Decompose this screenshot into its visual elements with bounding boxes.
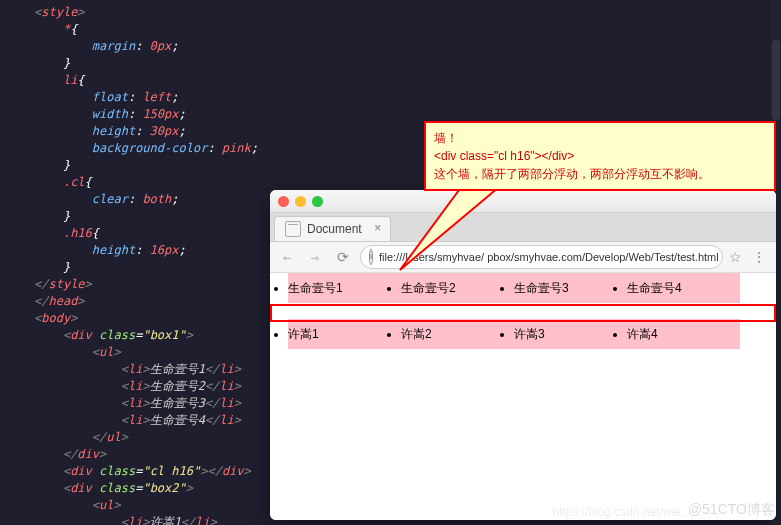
list-item: 许嵩1 xyxy=(288,319,401,349)
clear-wall xyxy=(270,303,776,319)
list-item: 生命壹号4 xyxy=(627,273,740,303)
page-icon xyxy=(285,221,301,237)
browser-menu-icon[interactable]: ⋮ xyxy=(748,246,770,268)
window-close-dot[interactable] xyxy=(278,196,289,207)
svg-marker-0 xyxy=(400,182,505,270)
list-item: 许嵩4 xyxy=(627,319,740,349)
tab-close-icon[interactable]: × xyxy=(372,222,384,234)
nav-reload-button[interactable]: ⟳ xyxy=(332,246,354,268)
browser-titlebar[interactable] xyxy=(270,190,776,213)
watermark-secondary: https://blog.csdn.net/wei... xyxy=(552,505,691,519)
window-maximize-dot[interactable] xyxy=(312,196,323,207)
screenshot-stage: <style> *{ margin: 0px; } li{ float: lef… xyxy=(0,0,781,525)
window-minimize-dot[interactable] xyxy=(295,196,306,207)
callout-line-2: <div class="cl h16"></div> xyxy=(434,147,766,165)
list-item: 生命壹号3 xyxy=(514,273,627,303)
list-item: 许嵩3 xyxy=(514,319,627,349)
callout-arrow xyxy=(395,180,515,280)
nav-back-button[interactable]: ← xyxy=(276,246,298,268)
browser-tab[interactable]: Document × xyxy=(274,216,391,241)
tab-title: Document xyxy=(307,222,362,236)
browser-tabstrip: Document × xyxy=(270,213,776,242)
watermark-primary: @51CTO博客 xyxy=(688,501,775,519)
list-item: 许嵩2 xyxy=(401,319,514,349)
browser-window: Document × ← → ⟳ i file:///Users/smyhvae… xyxy=(270,190,776,520)
browser-address-bar: ← → ⟳ i file:///Users/smyhvae/ pbox/smyh… xyxy=(270,242,776,273)
callout-line-3: 这个墙，隔开了两部分浮动，两部分浮动互不影响。 xyxy=(434,165,766,183)
annotation-callout: 墙！ <div class="cl h16"></div> 这个墙，隔开了两部分… xyxy=(424,121,776,191)
callout-line-1: 墙！ xyxy=(434,129,766,147)
bookmark-star-icon[interactable]: ☆ xyxy=(729,249,742,265)
nav-forward-button[interactable]: → xyxy=(304,246,326,268)
list-item: 生命壹号1 xyxy=(288,273,401,303)
site-info-icon[interactable]: i xyxy=(369,249,373,265)
editor-scrollbar-thumb[interactable] xyxy=(772,40,780,120)
browser-viewport: 生命壹号1 生命壹号2 生命壹号3 生命壹号4 许嵩1 许嵩2 许嵩3 许嵩4 xyxy=(270,273,776,520)
